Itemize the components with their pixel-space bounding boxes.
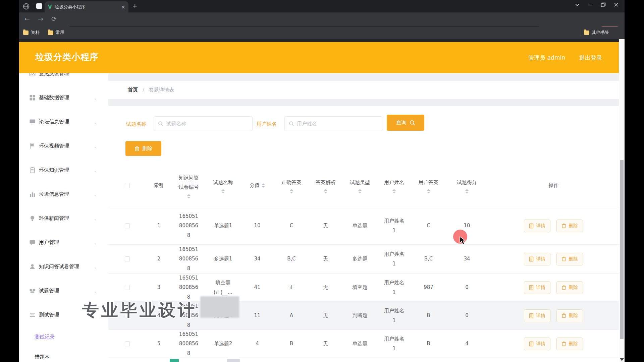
sort-caret-icon[interactable]: [221, 189, 225, 193]
sidebar-item-video[interactable]: 环保视频管理 ˬ: [19, 134, 108, 158]
sidebar-item-garbage[interactable]: 垃圾信息管理 ˬ: [19, 182, 108, 206]
delete-button[interactable]: 删除: [556, 309, 583, 322]
sidebar-subitem-wrong-book[interactable]: 错题本: [19, 347, 108, 362]
chevron-down-icon: ˬ: [94, 264, 96, 268]
clipboard-icon: [29, 167, 36, 173]
sort-caret-icon[interactable]: [392, 189, 396, 193]
pagination-fragment[interactable]: [227, 359, 240, 362]
search-icon: [289, 121, 294, 126]
delete-button[interactable]: 删除: [556, 253, 583, 265]
detail-button[interactable]: 详情: [524, 281, 550, 294]
bulk-delete-button[interactable]: 删除: [125, 141, 161, 156]
reload-button[interactable]: ⟳: [51, 15, 57, 22]
other-bookmarks[interactable]: 其他书签: [584, 29, 609, 36]
sidebar-item-news[interactable]: 环保新闻管理 ˬ: [19, 206, 108, 230]
window-menu-chevron-icon[interactable]: [575, 2, 580, 7]
search-icon: [158, 121, 163, 126]
page-scrollbar[interactable]: [619, 39, 625, 362]
bookmark-folder-docs[interactable]: 资料: [23, 29, 40, 36]
detail-button[interactable]: 详情: [524, 220, 550, 232]
col-index[interactable]: 索引: [146, 164, 171, 207]
query-label: 查询: [396, 119, 407, 126]
detail-button[interactable]: 详情: [524, 309, 550, 322]
sort-caret-icon[interactable]: [290, 189, 293, 193]
watermark-redaction-box: [200, 296, 239, 318]
table-row: 3 1650518008568 填空题(正)__… 41 正 无 填空题 用户姓…: [108, 274, 619, 302]
sidebar-item-quiz-paper[interactable]: 知识问答试卷管理 ˬ: [19, 254, 108, 279]
sidebar-item-label: 环保知识管理: [39, 167, 69, 173]
row-checkbox[interactable]: [125, 223, 130, 228]
sort-caret-icon[interactable]: [358, 189, 362, 193]
cell-points: 0: [446, 302, 488, 329]
flag-icon: [29, 143, 36, 149]
sort-caret-icon[interactable]: [187, 194, 191, 198]
window-close-icon[interactable]: [614, 2, 619, 7]
delete-button[interactable]: 删除: [556, 220, 583, 232]
user-name-input[interactable]: 用户姓名: [284, 116, 382, 131]
col-score[interactable]: 分值: [240, 164, 274, 207]
col-points[interactable]: 试题得分: [446, 164, 488, 207]
sort-caret-icon[interactable]: [262, 183, 265, 188]
cell-type: 填空题: [343, 274, 377, 301]
col-name[interactable]: 试题名称: [206, 164, 240, 207]
cell-points: 0: [446, 274, 488, 301]
vue-logo-icon: V: [48, 4, 52, 10]
cell-index: 5: [146, 330, 171, 358]
question-name-input[interactable]: 试题名称: [154, 116, 253, 131]
query-button[interactable]: 查询: [387, 115, 424, 131]
col-correct[interactable]: 正确答案: [274, 164, 309, 207]
bookmarks-separator: [580, 29, 580, 36]
forward-button[interactable]: →: [38, 15, 43, 22]
back-button[interactable]: ←: [24, 15, 30, 22]
window-minimize-icon[interactable]: [588, 2, 593, 7]
scrollbar-down-arrow-icon[interactable]: [620, 358, 624, 361]
col-answer[interactable]: 用户答案: [411, 164, 446, 207]
bookmark-folder-common[interactable]: 常用: [48, 29, 64, 36]
pinned-tab-icon[interactable]: [36, 3, 42, 9]
sidebar-item-feedback[interactable]: 意见反馈管理: [19, 73, 108, 85]
sidebar-subitem-test-records[interactable]: 测试记录: [19, 327, 108, 347]
sidebar-item-knowledge[interactable]: 环保知识管理 ˬ: [19, 158, 108, 182]
delete-button[interactable]: 删除: [556, 281, 583, 294]
window-restore-icon[interactable]: [601, 2, 606, 7]
cell-user: 用户姓名1: [383, 249, 405, 268]
col-type[interactable]: 试题类型: [343, 164, 377, 207]
breadcrumb-separator: /: [143, 87, 144, 93]
new-tab-button[interactable]: +: [132, 3, 137, 9]
select-all-checkbox[interactable]: [125, 183, 130, 188]
col-user[interactable]: 用户姓名: [377, 164, 411, 207]
browser-window: V 垃圾分类小程序 × + ← → ⟳ localhost:8081/#/exa…: [19, 0, 625, 362]
document-icon: [529, 223, 534, 229]
sort-caret-icon[interactable]: [465, 189, 469, 193]
row-checkbox[interactable]: [125, 285, 130, 290]
logout-link[interactable]: 退出登录: [579, 54, 602, 62]
pagination-fragment[interactable]: [170, 359, 179, 362]
sidebar-item-forum[interactable]: 论坛信息管理 ˬ: [19, 110, 108, 134]
tab-close-icon[interactable]: ×: [121, 4, 125, 10]
sort-caret-icon[interactable]: [324, 189, 327, 193]
detail-button[interactable]: 详情: [524, 253, 550, 265]
cell-name: 多选题1: [214, 254, 232, 264]
bar-chart-icon: [29, 191, 36, 197]
sort-caret-icon[interactable]: [427, 189, 430, 193]
input-placeholder: 用户姓名: [297, 121, 317, 127]
row-checkbox[interactable]: [125, 256, 130, 261]
col-analysis[interactable]: 答案解析: [309, 164, 343, 207]
sidebar-item-label: 垃圾信息管理: [39, 191, 69, 197]
active-tab[interactable]: V 垃圾分类小程序 ×: [45, 1, 128, 12]
sidebar-item-basic-data[interactable]: 基础数据管理 ˬ: [19, 85, 108, 110]
breadcrumb-home[interactable]: 首页: [128, 87, 138, 93]
bookmark-label: 常用: [56, 29, 64, 36]
monitor-icon: [29, 119, 36, 125]
delete-button[interactable]: 删除: [556, 338, 583, 350]
detail-button[interactable]: 详情: [524, 338, 550, 350]
sidebar-item-users[interactable]: 用户管理 ˬ: [19, 230, 108, 254]
tab-separator: [33, 3, 33, 9]
cell-analysis: 无: [309, 330, 343, 358]
scrollbar-thumb[interactable]: [620, 160, 624, 339]
row-checkbox[interactable]: [125, 341, 130, 346]
cell-name: 单选题2: [214, 339, 232, 349]
answer-details-table: 索引 知识问答试卷编号 试题名称 分值 正确答案 答案解析 试题类型 用户姓名 …: [108, 164, 619, 358]
col-paper-no[interactable]: 知识问答试卷编号: [171, 164, 206, 207]
globe-icon[interactable]: [22, 3, 30, 10]
